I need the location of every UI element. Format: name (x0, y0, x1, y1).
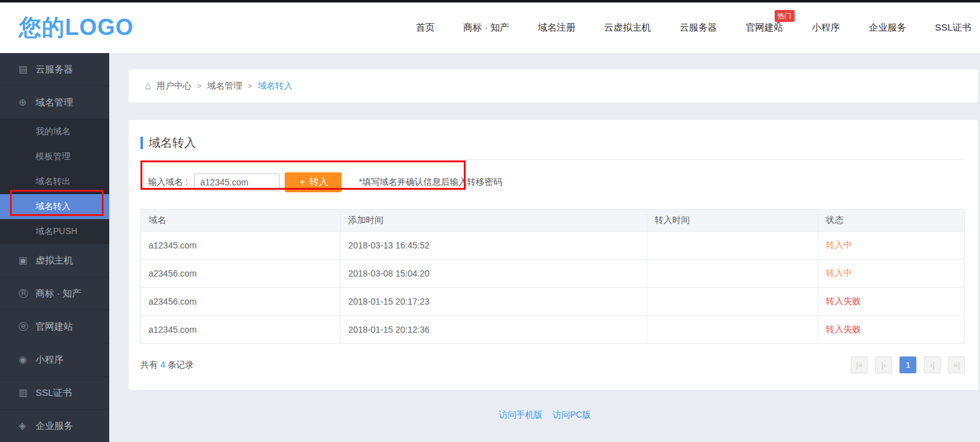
cell-status: 转入中 (818, 260, 965, 288)
breadcrumb-user-center[interactable]: 用户中心 (157, 81, 192, 92)
cell-transfer-time (647, 316, 818, 344)
table-footer: 共有 4 条记录 |« |‹ 1 ›| »| (140, 356, 965, 373)
nav-item-enterprise-service[interactable]: 企业服务 (869, 22, 906, 34)
certificate-icon: ▥ (19, 387, 36, 398)
hot-badge: 热门 (775, 10, 795, 22)
host-icon: ▣ (19, 255, 36, 266)
content-area: ⌂ 用户中心 > 域名管理 > 域名转入 域名转入 输入域名 : ＋ 转入 *填… (109, 53, 980, 442)
table-row: a12345.com 2018-01-15 20:12:36 转入失败 (141, 316, 965, 344)
domain-input[interactable] (194, 174, 280, 191)
sidebar-item-trademark[interactable]: Ⓡ 商标 · 知产 (0, 277, 109, 310)
main-panel: 域名转入 输入域名 : ＋ 转入 *填写域名并确认信息后输入转移密码 域名 添加… (129, 120, 978, 390)
page-footer: 访问手机版 访问PC版 (109, 410, 980, 421)
record-count-prefix: 共有 (140, 360, 158, 370)
sidebar-item-ssl[interactable]: ▥ SSL证书 (0, 376, 109, 410)
sidebar-item-cloud-server[interactable]: ▤ 云服务器 (0, 53, 109, 86)
page-title-row: 域名转入 (140, 120, 965, 151)
breadcrumb-domain-manage[interactable]: 域名管理 (207, 81, 242, 92)
cell-transfer-time (647, 288, 818, 316)
title-accent-bar (140, 137, 143, 149)
mobile-version-link[interactable]: 访问手机版 (499, 410, 542, 420)
cell-status: 转入中 (818, 232, 965, 260)
pagination-page-1-button[interactable]: 1 (899, 356, 916, 373)
table-row: a12345.com 2018-03-13 16:45:52 转入中 (141, 232, 965, 260)
breadcrumb: ⌂ 用户中心 > 域名管理 > 域名转入 (129, 69, 978, 102)
transfer-in-table: 域名 添加时间 转入时间 状态 a12345.com 2018-03-13 16… (140, 209, 965, 344)
pc-version-link[interactable]: 访问PC版 (552, 410, 590, 420)
sidebar-item-label: 云服务器 (36, 64, 73, 76)
transfer-in-button-label: 转入 (310, 176, 328, 187)
pagination-prev-button[interactable]: |‹ (875, 356, 892, 373)
column-header-transfer-time: 转入时间 (647, 210, 818, 232)
pagination-next-button[interactable]: ›| (924, 356, 941, 373)
server-icon: ▤ (19, 64, 36, 75)
column-header-added-time: 添加时间 (341, 210, 647, 232)
sidebar-item-label: 商标 · 知产 (36, 288, 81, 300)
diamond-icon: ◈ (19, 420, 36, 431)
title-divider (140, 159, 965, 160)
column-header-status: 状态 (818, 210, 965, 232)
cell-transfer-time (647, 232, 818, 260)
registered-trademark-icon: Ⓡ (19, 288, 36, 300)
record-count: 共有 4 条记录 (140, 360, 194, 371)
record-count-number: 4 (160, 360, 165, 370)
breadcrumb-domain-transfer-in[interactable]: 域名转入 (258, 81, 293, 92)
sidebar-item-label: 小程序 (36, 354, 64, 366)
pagination-first-button[interactable]: |« (851, 356, 868, 373)
sidebar-item-miniprogram[interactable]: ◉ 小程序 (0, 343, 109, 376)
sidebar-item-virtual-host[interactable]: ▣ 虚拟主机 (0, 244, 109, 277)
cell-domain: a23456.com (141, 288, 341, 316)
nav-item-cloud-server[interactable]: 云服务器 (680, 22, 717, 34)
pagination-last-button[interactable]: »| (948, 356, 965, 373)
sidebar-item-label: SSL证书 (36, 387, 72, 399)
cell-added-time: 2018-03-13 16:45:52 (341, 232, 647, 260)
sidebar-item-enterprise-service[interactable]: ◈ 企业服务 (0, 410, 109, 442)
site-logo[interactable]: 您的LOGO (19, 12, 134, 43)
plus-icon: ＋ (298, 176, 307, 187)
form-note: *填写域名并确认信息后输入转移密码 (359, 177, 502, 188)
sidebar-item-label: 域名管理 (36, 97, 73, 109)
home-icon: ⌂ (145, 81, 151, 92)
nav-item-miniprogram[interactable]: 小程序 (812, 22, 840, 34)
sidebar-subitem-domain-transfer-in[interactable]: 域名转入 (0, 194, 109, 219)
cell-added-time: 2018-03-08 15:04:20 (341, 260, 647, 288)
table-header-row: 域名 添加时间 转入时间 状态 (141, 210, 965, 232)
cell-domain: a23456.com (141, 260, 341, 288)
nav-item-trademark[interactable]: 商标 · 知产 (463, 22, 509, 34)
site-header: 您的LOGO 首页 商标 · 知产 域名注册 云虚拟主机 云服务器 官网建站 热… (0, 2, 980, 53)
nav-item-home[interactable]: 首页 (416, 22, 434, 34)
cell-domain: a12345.com (141, 232, 341, 260)
page-title: 域名转入 (149, 135, 196, 151)
table-row: a23456.com 2018-03-08 15:04:20 转入中 (141, 260, 965, 288)
cell-status: 转入失败 (818, 288, 965, 316)
pagination: |« |‹ 1 ›| »| (851, 356, 965, 373)
cell-added-time: 2018-01-15 20:12:36 (341, 316, 647, 344)
cell-domain: a12345.com (141, 316, 341, 344)
sidebar-item-domain-manage[interactable]: ⊕ 域名管理 (0, 86, 109, 119)
top-navigation: 首页 商标 · 知产 域名注册 云虚拟主机 云服务器 官网建站 热门 小程序 企… (416, 22, 971, 34)
column-header-domain: 域名 (141, 210, 341, 232)
sidebar: ▤ 云服务器 ⊕ 域名管理 我的域名 模板管理 域名转出 域名转入 域名PUSH… (0, 53, 109, 442)
breadcrumb-separator: > (197, 82, 202, 91)
cell-added-time: 2018-01-15 20:17:23 (341, 288, 647, 316)
nav-item-domain-register[interactable]: 域名注册 (538, 22, 576, 34)
sidebar-subitem-domain-transfer-out[interactable]: 域名转出 (0, 169, 109, 194)
miniprogram-icon: ◉ (19, 354, 36, 365)
globe-icon: ⊕ (19, 97, 36, 108)
website-icon: ⓔ (19, 321, 36, 333)
cell-status: 转入失败 (818, 316, 965, 344)
nav-item-ssl[interactable]: SSL证书 (935, 22, 971, 34)
cell-transfer-time (647, 260, 818, 288)
sidebar-subitem-template-manage[interactable]: 模板管理 (0, 144, 109, 169)
sidebar-subitem-domain-push[interactable]: 域名PUSH (0, 219, 109, 244)
sidebar-item-website-building[interactable]: ⓔ 官网建站 (0, 310, 109, 343)
record-count-suffix: 条记录 (168, 360, 194, 370)
breadcrumb-separator: > (248, 82, 252, 91)
nav-item-website-building[interactable]: 官网建站 热门 (746, 22, 783, 34)
sidebar-item-label: 企业服务 (36, 420, 73, 432)
nav-item-cloud-virtual-host[interactable]: 云虚拟主机 (604, 22, 651, 34)
transfer-in-button[interactable]: ＋ 转入 (285, 172, 341, 192)
domain-input-label: 输入域名 : (148, 177, 188, 188)
sidebar-item-label: 官网建站 (36, 321, 73, 333)
sidebar-subitem-my-domains[interactable]: 我的域名 (0, 119, 109, 144)
